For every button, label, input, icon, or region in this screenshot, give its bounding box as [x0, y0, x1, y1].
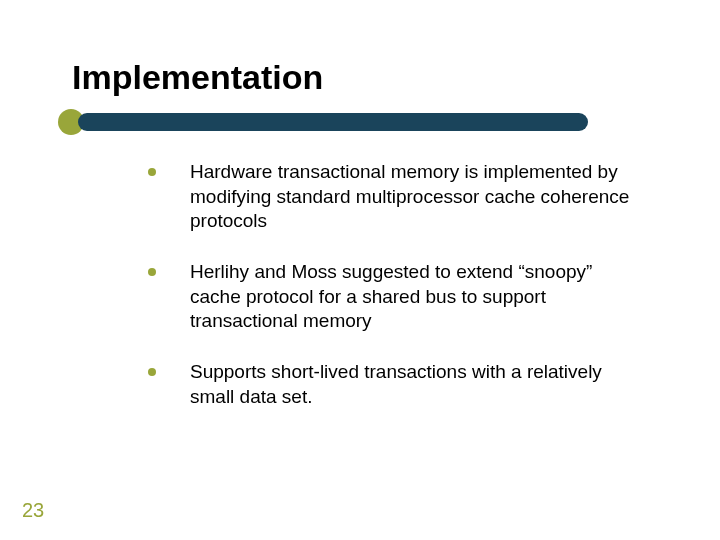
bullet-icon [148, 168, 156, 176]
bullet-icon [148, 268, 156, 276]
bullet-text: Hardware transactional memory is impleme… [190, 160, 648, 234]
bullet-text: Supports short-lived transactions with a… [190, 360, 648, 409]
accent-bar [78, 113, 588, 131]
slide: Implementation Hardware transactional me… [0, 0, 720, 540]
bullet-text: Herlihy and Moss suggested to extend “sn… [190, 260, 648, 334]
page-number: 23 [22, 499, 44, 522]
slide-title: Implementation [72, 58, 323, 97]
list-item: Hardware transactional memory is impleme… [148, 160, 648, 234]
list-item: Supports short-lived transactions with a… [148, 360, 648, 409]
bullet-list: Hardware transactional memory is impleme… [148, 160, 648, 436]
list-item: Herlihy and Moss suggested to extend “sn… [148, 260, 648, 334]
bullet-icon [148, 368, 156, 376]
